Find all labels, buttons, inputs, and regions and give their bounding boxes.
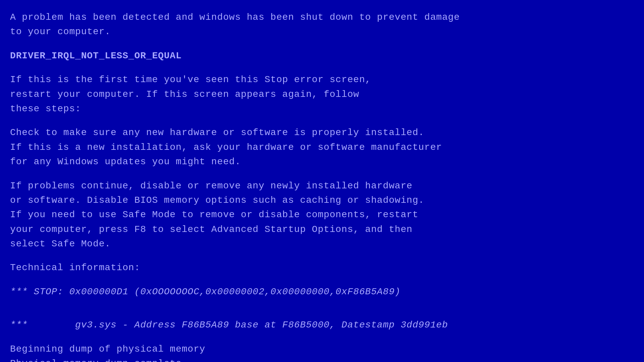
line-10: Check to make sure any new hardware or s… — [10, 125, 634, 140]
line-2: to your computer. — [10, 24, 634, 39]
bsod-screen: A problem has been detected and windows … — [0, 0, 644, 362]
spacer-1 — [10, 39, 634, 49]
spacer-6 — [10, 275, 634, 285]
spacer-3 — [10, 116, 634, 125]
line-12: for any Windows updates you might need. — [10, 155, 634, 169]
line-6: If this is the first time you've seen th… — [10, 72, 634, 87]
line-15: or software. Disable BIOS memory options… — [10, 193, 634, 207]
spacer-5 — [10, 251, 634, 260]
error-code: DRIVER_IRQL_NOT_LESS_OR_EQUAL — [10, 49, 634, 63]
dump-start: Beginning dump of physical memory — [10, 342, 634, 356]
line-17: your computer, press F8 to select Advanc… — [10, 222, 634, 237]
line-8: these steps: — [10, 102, 634, 116]
line-14: If problems continue, disable or remove … — [10, 179, 634, 193]
stop-code: *** STOP: 0x000000D1 (0xOOOOOOOC,0x00000… — [10, 285, 634, 299]
spacer-9 — [10, 333, 634, 342]
spacer-7 — [10, 299, 634, 308]
spacer-8 — [10, 308, 634, 318]
line-7: restart your computer. If this screen ap… — [10, 87, 634, 102]
spacer-2 — [10, 63, 634, 72]
technical-info-label: Technical information: — [10, 260, 634, 275]
dump-complete: Physical memory dump complete — [10, 356, 634, 362]
line-18: select Safe Mode. — [10, 237, 634, 251]
line-16: If you need to use Safe Mode to remove o… — [10, 207, 634, 222]
line-1: A problem has been detected and windows … — [10, 10, 634, 24]
line-11: If this is a new installation, ask your … — [10, 140, 634, 155]
spacer-4 — [10, 169, 634, 179]
driver-line: *** gv3.sys - Address F86B5A89 base at F… — [10, 318, 634, 332]
